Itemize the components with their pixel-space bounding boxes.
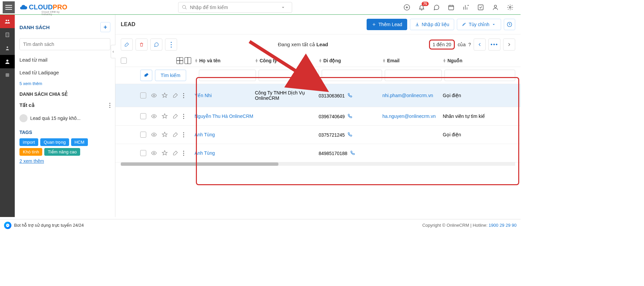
global-search[interactable]	[178, 2, 292, 13]
toolbar: Đang xem tất cả Lead 1 đến 20 của ? •••	[115, 34, 521, 55]
pencil-icon[interactable]	[172, 132, 178, 138]
hamburger-menu[interactable]	[3, 1, 15, 13]
search-button[interactable]: Tìm kiếm	[155, 70, 186, 81]
search-input[interactable]	[190, 5, 280, 10]
row-name[interactable]: Anh Tùng	[195, 132, 215, 137]
customize-button[interactable]: Tùy chỉnh	[457, 19, 501, 30]
phone-icon[interactable]	[350, 150, 355, 155]
messenger-icon[interactable]	[4, 222, 11, 229]
row-more-icon[interactable]	[183, 132, 184, 137]
tags-section-title: TAGS	[15, 125, 115, 138]
pencil-icon[interactable]	[172, 150, 178, 156]
clear-filters-button[interactable]	[140, 70, 152, 81]
delete-button[interactable]	[136, 39, 148, 51]
sidebar-item[interactable]: Lead từ Ladipage	[15, 66, 115, 79]
filter-mobile[interactable]	[322, 70, 382, 81]
nav-building-icon[interactable]	[0, 28, 15, 42]
sidebar-search-input[interactable]	[23, 42, 107, 47]
th-name[interactable]: ▲▼Họ và tên	[191, 58, 255, 63]
sidebar-shared-item[interactable]: Lead quá 15 ngày khô...	[15, 112, 115, 125]
star-icon[interactable]	[162, 113, 168, 119]
row-name[interactable]: Anh Tùng	[195, 150, 215, 156]
help-button[interactable]	[504, 19, 515, 30]
th-company[interactable]: ▲▼Công ty	[255, 58, 319, 63]
tag[interactable]: Quan trọng	[40, 138, 69, 146]
comment-button[interactable]	[150, 39, 162, 51]
collapse-sidebar-handle[interactable]: ‹	[111, 45, 115, 58]
filter-email[interactable]	[385, 70, 442, 81]
row-more-icon[interactable]	[183, 114, 184, 119]
dots-v-icon[interactable]	[109, 103, 110, 108]
import-button[interactable]: Nhập dữ liệu	[410, 19, 454, 30]
hotline-link[interactable]: 1900 29 29 90	[489, 223, 517, 228]
add-list-button[interactable]: +	[100, 22, 110, 32]
pencil-icon[interactable]	[172, 92, 178, 98]
bell-icon[interactable]: 75	[418, 4, 425, 11]
row-checkbox[interactable]	[140, 150, 146, 156]
eye-icon[interactable]	[151, 132, 157, 138]
tags-more-link[interactable]: 2 xem thêm	[15, 156, 49, 166]
select-all-checkbox[interactable]	[121, 58, 127, 64]
phone-icon[interactable]	[347, 132, 352, 137]
prev-page-button[interactable]	[474, 39, 486, 51]
tag[interactable]: HCM	[71, 138, 88, 146]
tag[interactable]: Tiềm năng cao	[44, 148, 80, 156]
chevron-down-icon	[280, 5, 286, 10]
th-email[interactable]: ▲▼Email	[382, 58, 443, 63]
add-icon[interactable]	[403, 4, 411, 11]
edit-button[interactable]	[121, 39, 133, 51]
next-page-button[interactable]	[503, 39, 515, 51]
nav-person-icon[interactable]	[0, 42, 15, 55]
tag[interactable]: import	[19, 138, 38, 146]
calendar-icon[interactable]	[447, 4, 455, 11]
eye-icon[interactable]	[151, 92, 157, 98]
th-mobile[interactable]: ▲▼Di động	[319, 58, 382, 63]
logo[interactable]: CLOUDPRO Cloud CRM by Industry	[19, 3, 67, 11]
sidebar-item[interactable]: Lead từ mail	[15, 54, 115, 66]
chat-icon[interactable]	[433, 4, 440, 11]
sidebar-search[interactable]	[19, 38, 110, 50]
row-email[interactable]: ha.nguyen@onlinecrm.vn	[382, 114, 436, 119]
phone-icon[interactable]	[347, 114, 352, 118]
grid-view-icon[interactable]	[176, 57, 183, 64]
row-name[interactable]: Yến Nhi	[195, 93, 212, 98]
row-checkbox[interactable]	[140, 113, 146, 119]
row-checkbox[interactable]	[140, 132, 146, 138]
analytics-icon[interactable]	[462, 4, 470, 11]
add-lead-button[interactable]: Thêm Lead	[367, 19, 407, 30]
star-icon[interactable]	[162, 92, 168, 98]
more-pages-button[interactable]: •••	[488, 39, 500, 51]
nav-team-icon[interactable]	[0, 15, 15, 28]
tasks-icon[interactable]	[477, 4, 484, 11]
sidebar-item-all[interactable]: Tất cả	[15, 99, 115, 112]
row-mobile: 0313063601	[319, 93, 382, 98]
phone-icon[interactable]	[347, 93, 352, 97]
gear-icon[interactable]	[506, 4, 514, 11]
th-source[interactable]: ▲▼Nguồn	[443, 58, 515, 63]
row-more-icon[interactable]	[183, 151, 184, 156]
filter-source[interactable]	[444, 70, 515, 81]
eye-icon[interactable]	[151, 150, 157, 156]
column-view-icon[interactable]	[184, 57, 191, 64]
eye-icon[interactable]	[151, 113, 157, 119]
star-icon[interactable]	[162, 150, 168, 156]
nav-contact-icon[interactable]	[0, 55, 15, 68]
filter-name[interactable]	[199, 70, 256, 81]
horizontal-scrollbar[interactable]	[121, 162, 515, 166]
table-row[interactable]: Anh Tùng 0375721245 Gọi điện	[115, 126, 521, 144]
user-icon[interactable]	[492, 4, 499, 11]
more-button[interactable]	[165, 39, 177, 51]
table-row[interactable]: Nguyễn Thu Hà OnlineCRM 0396740649 ha.ng…	[115, 107, 521, 126]
row-checkbox[interactable]	[140, 92, 146, 98]
row-name[interactable]: Nguyễn Thu Hà OnlineCRM	[195, 114, 253, 119]
filter-company[interactable]	[259, 70, 319, 81]
table-row[interactable]: Anh Tùng 84985170188	[115, 144, 521, 162]
row-email[interactable]: nhi.pham@onlinecrm.vn	[382, 93, 433, 98]
tag[interactable]: Khó tính	[19, 148, 42, 156]
table-row[interactable]: Yến Nhi Công Ty TNHH Dịch Vụ OnlineCRM 0…	[115, 84, 521, 107]
nav-other-icon[interactable]	[0, 68, 15, 82]
star-icon[interactable]	[162, 132, 168, 138]
sidebar-more-link[interactable]: 5 xem thêm	[15, 79, 115, 88]
row-more-icon[interactable]	[183, 93, 184, 98]
pencil-icon[interactable]	[172, 113, 178, 119]
